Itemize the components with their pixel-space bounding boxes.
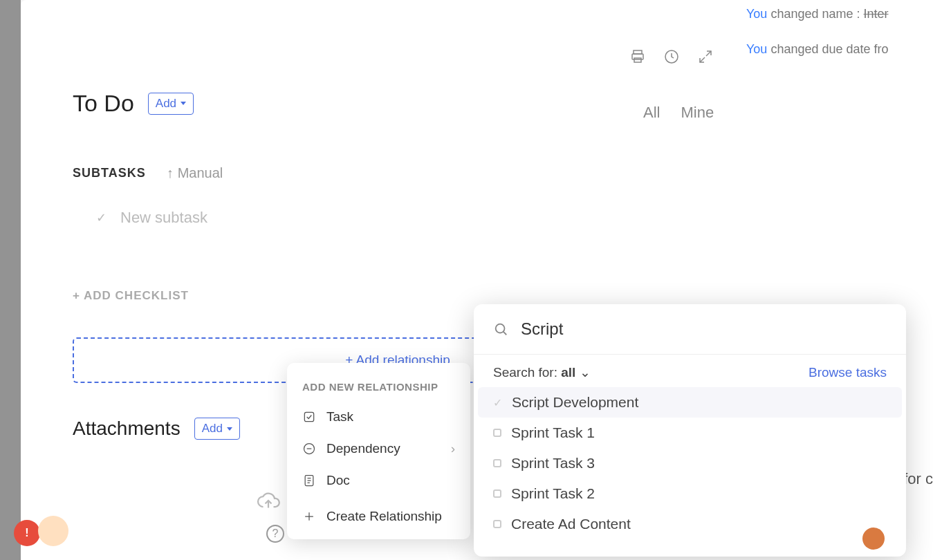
activity-text: changed name : — [770, 7, 860, 21]
search-result-label: Sprint Task 3 — [511, 455, 595, 472]
rel-menu-create[interactable]: Create Relationship — [287, 501, 470, 532]
arrow-up-icon: ↑ — [167, 165, 174, 181]
add-todo-label: Add — [156, 97, 176, 111]
search-icon — [493, 321, 508, 337]
search-for-value: all — [561, 365, 575, 380]
search-results: ✓ Script Development Sprint Task 1 Sprin… — [474, 387, 906, 539]
browse-tasks-link[interactable]: Browse tasks — [809, 365, 887, 380]
svg-point-7 — [496, 324, 505, 333]
add-checklist-button[interactable]: + ADD CHECKLIST — [73, 289, 881, 303]
svg-rect-4 — [304, 412, 313, 421]
subtasks-sort-label: Manual — [178, 165, 223, 181]
print-icon[interactable] — [629, 48, 646, 68]
activity-old-value: Inter — [864, 7, 889, 21]
plus-icon — [302, 510, 316, 523]
search-for-label: Search for: — [493, 365, 557, 380]
toolbar-icons — [629, 48, 714, 68]
search-result-item[interactable]: ✓ Script Development — [478, 387, 902, 418]
tab-mine[interactable]: Mine — [681, 104, 714, 122]
rel-menu-dependency-label: Dependency — [326, 441, 400, 456]
history-icon[interactable] — [663, 48, 680, 68]
search-for-filter[interactable]: Search for: all ⌄ — [493, 364, 591, 380]
svg-rect-2 — [634, 58, 641, 62]
doc-icon — [302, 474, 316, 487]
subtasks-header: SUBTASKS — [73, 166, 146, 180]
new-subtask-row[interactable]: ✓ New subtask — [96, 209, 881, 227]
rel-menu-doc-label: Doc — [326, 473, 350, 488]
subtasks-sort-button[interactable]: ↑ Manual — [167, 165, 223, 181]
relationship-menu: ADD NEW RELATIONSHIP Task Dependency › D… — [287, 363, 470, 539]
attachments-title: Attachments — [73, 418, 181, 440]
notification-badge[interactable]: ! — [14, 520, 40, 546]
search-panel: Search for: all ⌄ Browse tasks ✓ Script … — [474, 304, 906, 557]
help-icon[interactable]: ? — [266, 525, 284, 543]
rel-menu-create-label: Create Relationship — [326, 509, 442, 524]
activity-text: changed due date fro — [770, 42, 888, 56]
tab-all[interactable]: All — [643, 104, 660, 122]
status-box-icon — [493, 520, 501, 528]
search-result-item[interactable]: Sprint Task 2 — [478, 478, 902, 509]
dependency-icon — [302, 442, 316, 456]
check-icon: ✓ — [493, 396, 502, 409]
status-title: To Do — [73, 90, 134, 117]
cloud-upload-icon — [256, 488, 281, 513]
expand-icon[interactable] — [697, 48, 714, 68]
rel-menu-doc[interactable]: Doc — [287, 465, 470, 496]
chevron-right-icon: › — [451, 441, 455, 456]
search-result-label: Sprint Task 1 — [511, 424, 595, 441]
activity-actor: You — [746, 42, 767, 56]
background-dark-strip — [0, 0, 21, 560]
add-todo-button[interactable]: Add — [148, 93, 194, 115]
status-box-icon — [493, 429, 501, 437]
search-result-item[interactable]: Sprint Task 3 — [478, 448, 902, 478]
search-result-label: Script Development — [512, 394, 638, 411]
search-result-item[interactable]: Create Ad Content — [478, 509, 902, 539]
user-avatar[interactable] — [38, 516, 68, 546]
assignee-avatar[interactable] — [862, 528, 885, 550]
rel-menu-dependency[interactable]: Dependency › — [287, 433, 470, 465]
add-attachment-label: Add — [202, 422, 223, 436]
search-input[interactable] — [521, 319, 887, 339]
truncated-text: for c — [903, 470, 933, 488]
rel-menu-task-label: Task — [326, 409, 353, 424]
search-result-item[interactable]: Sprint Task 1 — [478, 418, 902, 448]
activity-sidebar: You changed name : Inter You changed due… — [739, 0, 933, 84]
rel-menu-task[interactable]: Task — [287, 401, 470, 433]
status-box-icon — [493, 489, 501, 498]
check-icon: ✓ — [96, 210, 107, 225]
add-attachment-button[interactable]: Add — [194, 418, 240, 440]
search-result-label: Create Ad Content — [511, 516, 631, 532]
status-box-icon — [493, 459, 501, 467]
activity-entry: You changed due date fro — [746, 42, 926, 57]
search-result-label: Sprint Task 2 — [511, 485, 595, 502]
new-subtask-placeholder: New subtask — [120, 209, 207, 227]
chevron-down-icon: ⌄ — [580, 365, 591, 380]
task-icon — [302, 410, 316, 424]
activity-tabs: All Mine — [643, 104, 714, 122]
activity-actor: You — [746, 7, 767, 21]
activity-entry: You changed name : Inter — [746, 7, 926, 21]
relationship-menu-title: ADD NEW RELATIONSHIP — [287, 375, 470, 401]
